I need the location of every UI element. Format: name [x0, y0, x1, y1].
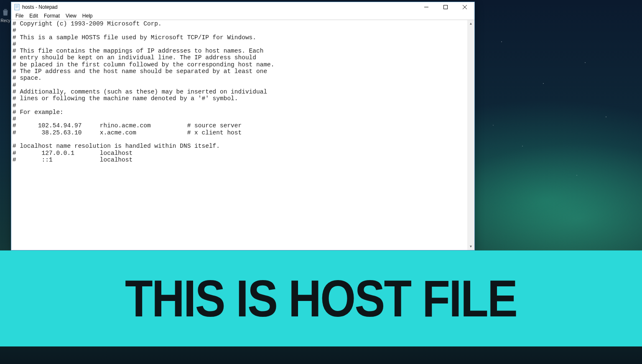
vertical-scrollbar[interactable]: ▲ ▼ — [467, 20, 474, 250]
recycle-bin-desktop-icon[interactable]: Recy — [0, 8, 11, 23]
text-area-container: # Copyright (c) 1993-2009 Microsoft Corp… — [11, 20, 474, 250]
minimize-button[interactable] — [417, 2, 436, 12]
svg-rect-6 — [444, 5, 448, 9]
menubar: File Edit Format View Help — [11, 12, 474, 20]
text-editor-area[interactable]: # Copyright (c) 1993-2009 Microsoft Corp… — [11, 20, 467, 250]
close-icon — [463, 5, 467, 9]
maximize-button[interactable] — [436, 2, 455, 12]
scroll-up-arrow-icon[interactable]: ▲ — [467, 20, 474, 27]
notepad-app-icon — [14, 4, 20, 10]
recycle-bin-label: Recy — [0, 18, 11, 23]
menu-edit[interactable]: Edit — [26, 12, 41, 20]
menu-view[interactable]: View — [63, 12, 79, 20]
minimize-icon — [424, 5, 428, 9]
window-title: hosts - Notepad — [22, 4, 58, 10]
menu-help[interactable]: Help — [79, 12, 96, 20]
menu-format[interactable]: Format — [41, 12, 63, 20]
close-button[interactable] — [455, 2, 474, 12]
menu-file[interactable]: File — [13, 12, 26, 20]
recycle-bin-icon — [1, 8, 10, 17]
maximize-icon — [443, 5, 448, 9]
scroll-down-arrow-icon[interactable]: ▼ — [467, 243, 474, 250]
notepad-window: hosts - Notepad File Edit Format View He… — [11, 2, 475, 250]
titlebar[interactable]: hosts - Notepad — [11, 2, 474, 12]
banner-text: THIS IS HOST FILE — [125, 269, 517, 328]
window-controls — [417, 2, 474, 12]
overlay-banner: THIS IS HOST FILE — [0, 250, 642, 346]
